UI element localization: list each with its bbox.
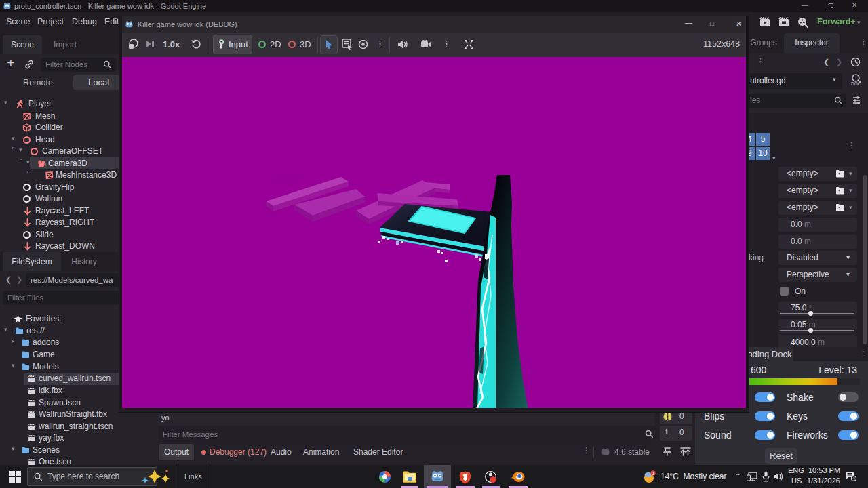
svg-text:DOC: DOC (851, 81, 861, 86)
svg-text:1: 1 (652, 471, 654, 476)
svg-text:1: 1 (853, 476, 856, 481)
